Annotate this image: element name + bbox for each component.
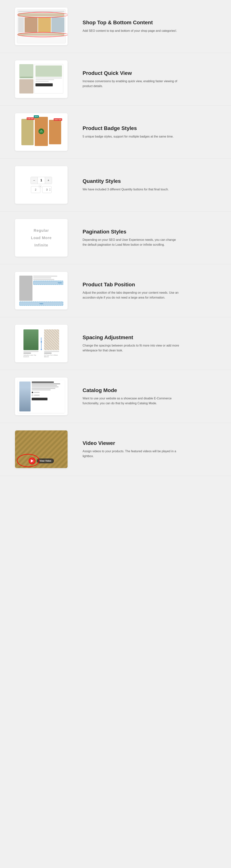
tab-line-1: [33, 276, 57, 277]
badge-save: Save %20: [54, 118, 62, 121]
spacing-product-2-label: [44, 351, 59, 352]
section-content-tabs: Product Tab Position Adjust the position…: [83, 281, 216, 300]
arrow-bottom: [41, 349, 42, 350]
tab-label-bottom: TABS: [39, 303, 43, 305]
catalog-option-1: [32, 392, 64, 393]
spacing-product-1-cost: $128.00: [24, 356, 38, 358]
section-catalog: Catalog Mode Want to use your website as…: [0, 370, 231, 423]
section-content-badges: Product Badge Styles 5 unique badge styl…: [83, 125, 216, 139]
section-desc-tabs: Adjust the position of the tabs dependin…: [83, 290, 180, 300]
section-title-spacing: Spacing Adjustment: [83, 334, 216, 341]
section-image-tabs: TABS TABS: [15, 272, 68, 309]
section-pagination: Regular Load More Infinite Pagination St…: [0, 212, 231, 264]
section-title-quick-view: Product Quick View: [83, 70, 216, 76]
tab-bar-bottom: TABS: [19, 302, 63, 306]
spacing-product-2-name: Kit Faux Tie In Black: [44, 354, 59, 356]
catalog-radio-label-1: [34, 392, 40, 393]
section-content-spacing: Spacing Adjustment Change the spacings b…: [83, 334, 216, 353]
section-content-pagination: Pagination Styles Depending on your SEO …: [83, 228, 216, 247]
spacing-arrow-indicator: 40 PX: [40, 338, 42, 350]
section-quick-view: Product Quick View Increase conversions …: [0, 53, 231, 106]
spacing-product-2: Kit Faux Tie In Black $68.00: [44, 330, 59, 358]
qty-arrows[interactable]: ▲ ▼: [49, 188, 51, 191]
section-content-catalog: Catalog Mode Want to use your website as…: [83, 387, 216, 406]
section-desc-badges: 5 unique badge styles, support for multi…: [83, 134, 180, 139]
tabs-visual: TABS TABS: [15, 272, 68, 309]
spacing-product-2-image: [44, 330, 59, 350]
section-title-quantity: Quantity Styles: [83, 178, 216, 184]
spacing-product-1-image: [24, 330, 38, 350]
catalog-layout: [18, 380, 65, 413]
video-red-circle: [17, 454, 39, 467]
tab-product-image: [19, 276, 33, 301]
spacing-product-2-price: [44, 352, 51, 354]
section-spacing: Salvation Lace Top $128.00 40 PX Kit Fau…: [0, 317, 231, 370]
section-title-pagination: Pagination Styles: [83, 228, 216, 235]
section-shop-top-bottom: Shop Top & Bottom Content Add SEO conten…: [0, 0, 231, 53]
quantity-style-1: − 1 +: [31, 177, 52, 184]
catalog-person: [19, 381, 31, 411]
badges-visual: %20 OFF NEW ONSALE! Save %20: [15, 113, 68, 151]
section-content-quantity: Quantity Styles We have included 3 diffe…: [83, 178, 216, 192]
pagination-visual: Regular Load More Infinite: [15, 219, 68, 257]
section-desc-catalog: Want to use your website as a showcase a…: [83, 396, 180, 406]
section-image-shop-top: [15, 7, 68, 45]
badge-sale: %20 OFF: [27, 117, 35, 120]
qty-value-3: 3: [46, 188, 48, 191]
catalog-visual: [15, 378, 68, 415]
section-desc-pagination: Depending on your SEO and User Experienc…: [83, 238, 180, 247]
section-tab-position: TABS TABS Product Tab Position Adjust th…: [0, 264, 231, 317]
video-visual: View Video: [15, 430, 68, 468]
spacing-arrow-line: [41, 342, 41, 349]
quantity-styles-row2: 2 + 3 ▲ ▼: [31, 186, 51, 193]
badge-new: NEW: [34, 115, 39, 118]
section-image-spacing: Salvation Lace Top $128.00 40 PX Kit Fau…: [15, 325, 68, 362]
qty-minus-btn[interactable]: −: [31, 177, 38, 184]
section-title-catalog: Catalog Mode: [83, 387, 216, 394]
catalog-add-btn: [32, 398, 47, 400]
section-image-quick-view: [15, 60, 68, 98]
section-video: View Video Video Viewer Assign videos to…: [0, 423, 231, 476]
pagination-regular: Regular: [34, 228, 49, 233]
catalog-line-3: [32, 386, 59, 388]
catalog-line-title: [32, 381, 54, 383]
spacing-product-1: Salvation Lace Top $128.00: [24, 330, 38, 358]
qty-value-1: 1: [38, 177, 45, 184]
catalog-line-5: [32, 390, 51, 390]
section-title-tabs: Product Tab Position: [83, 281, 216, 288]
pagination-infinite: Infinite: [34, 243, 48, 247]
spacing-visual: Salvation Lace Top $128.00 40 PX Kit Fau…: [15, 325, 68, 362]
section-desc-quantity: We have included 3 different Quantity bu…: [83, 187, 180, 192]
section-quantity: − 1 + 2 + 3 ▲ ▼: [0, 159, 231, 212]
quantity-style-3: 3 ▲ ▼: [42, 186, 51, 193]
section-title-video: Video Viewer: [83, 440, 216, 446]
quick-view-visual: [15, 60, 68, 98]
tab-line-3: [33, 279, 54, 280]
section-desc-video: Assign videos to your products. The feat…: [83, 449, 180, 459]
section-image-badges: %20 OFF NEW ONSALE! Save %20: [15, 113, 68, 151]
spacing-product-1-price: [24, 352, 31, 354]
spacing-product-1-label: [24, 351, 38, 352]
tab-label-right: TABS: [58, 282, 62, 284]
section-badge-styles: %20 OFF NEW ONSALE! Save %20 Product Bad…: [0, 106, 231, 159]
catalog-details: [32, 381, 64, 411]
section-desc-shop-top: Add SEO content to top and bottom of you…: [83, 28, 180, 33]
tab-right-content: TABS: [33, 276, 63, 301]
tab-line-2: [33, 277, 51, 278]
video-view-label[interactable]: View Video: [37, 459, 54, 463]
section-image-video: View Video: [15, 430, 68, 468]
quantity-visual: − 1 + 2 + 3 ▲ ▼: [15, 166, 68, 204]
catalog-radio-2: [32, 395, 33, 396]
catalog-option-2: [32, 395, 64, 396]
arrow-top: [41, 341, 42, 342]
section-image-pagination: Regular Load More Infinite: [15, 219, 68, 257]
spacing-product-1-name: Salvation Lace Top: [24, 354, 38, 356]
qty-plus-circle[interactable]: +: [39, 185, 42, 188]
section-desc-quick-view: Increase conversions by enabling quick v…: [83, 79, 180, 88]
catalog-line-4: [32, 388, 55, 389]
section-desc-spacing: Change the spacings between products to …: [83, 343, 180, 353]
section-content-video: Video Viewer Assign videos to your produ…: [83, 440, 216, 459]
tab-top-area: TABS: [19, 276, 63, 301]
section-image-catalog: [15, 378, 68, 415]
qty-plus-btn[interactable]: +: [45, 177, 52, 184]
